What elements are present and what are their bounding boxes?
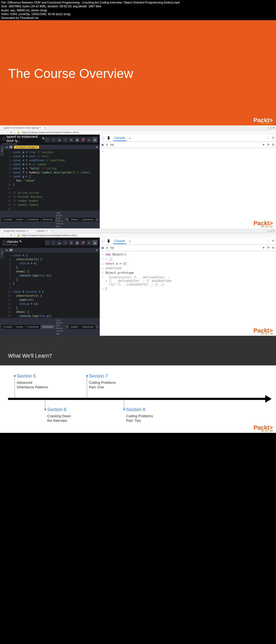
clear-icon[interactable]: ⊘ xyxy=(106,143,108,146)
console-body[interactable]: › xyxy=(100,148,276,228)
url[interactable]: https://codepen.io/gromczyro/XQyPKY?edit… xyxy=(22,131,78,134)
cloud-icon[interactable]: ☁ xyxy=(57,240,62,245)
eye-icon[interactable]: 👁 xyxy=(267,246,270,249)
clear-icon[interactable]: ⊘ xyxy=(106,246,108,249)
browser-tab[interactable]: constructor functions ✕ xyxy=(1,229,31,233)
console-button[interactable]: Console xyxy=(2,218,14,221)
edit-icon[interactable]: ✎ xyxy=(42,136,45,141)
html-tab[interactable]: HTML xyxy=(0,249,1,258)
code-editor-2[interactable]: 1class A {2 constructor(x) {3 this.x = x… xyxy=(4,252,100,318)
fork-icon[interactable]: ⑂ xyxy=(51,137,56,142)
gear-icon[interactable]: ⚙ xyxy=(68,137,74,142)
more-icon[interactable]: ▾ xyxy=(97,218,98,221)
pen-author: A PEN BY greg xyxy=(2,244,22,246)
forward-icon[interactable]: → xyxy=(6,234,9,237)
more-icon[interactable]: ⋮ xyxy=(266,136,269,140)
timestamp-3: 00:01:30 xyxy=(261,333,273,335)
new-tab[interactable]: + xyxy=(51,229,53,232)
back-icon[interactable]: ← xyxy=(2,131,5,134)
assets-button[interactable]: Assets xyxy=(14,218,25,221)
browser-tab[interactable]: ⬚ classes ✕ xyxy=(32,229,50,233)
devtools-panel-2: ⬚ 📱 Console » ⋮ ✕ ▣ ⊘ top ▼ 👁 ⚙ ›new Obj… xyxy=(100,238,276,336)
more-icon[interactable]: ▾ xyxy=(97,326,98,328)
console-tab[interactable]: Console xyxy=(113,238,126,244)
home-icon[interactable]: ⌂ xyxy=(14,234,15,237)
panel-menu-icon[interactable]: ▾ xyxy=(96,146,98,149)
forward-icon[interactable]: → xyxy=(6,131,9,134)
collapse-icon[interactable]: ● xyxy=(6,249,8,252)
external-icon[interactable]: ⇱ xyxy=(66,326,68,328)
css-tab[interactable]: CSS xyxy=(1,249,4,258)
home-icon[interactable]: ⌂ xyxy=(14,131,15,134)
chevron-down-icon[interactable]: ▾ xyxy=(86,240,92,245)
browser-tab[interactable]: typeof vs instanceof, duck typing ✕ xyxy=(1,126,43,130)
code-editor-1[interactable]: 1const a = true // boolean2const b = nul… xyxy=(4,149,100,211)
delete-button[interactable]: Delete xyxy=(69,325,80,329)
context-select[interactable]: top xyxy=(110,143,114,146)
avatar[interactable]: ◉ xyxy=(92,240,98,245)
gear-icon[interactable]: ⚙ xyxy=(272,246,274,249)
collections-button[interactable]: Collections xyxy=(80,325,95,329)
unsaved-badge[interactable]: 13 unsaved changes ✕ xyxy=(14,146,39,149)
device-icon[interactable]: 📱 xyxy=(107,136,111,140)
back-icon[interactable]: ← xyxy=(2,234,5,237)
reload-icon[interactable]: ⟳ xyxy=(10,234,12,237)
save-status: Last saved less than a minute ago xyxy=(56,211,65,228)
comments-button[interactable]: Comments xyxy=(25,218,40,221)
gear-icon[interactable]: ⚙ xyxy=(68,240,74,245)
collections-button[interactable]: Collections xyxy=(80,218,95,221)
shortcuts-button[interactable]: Shortcuts xyxy=(41,218,54,221)
close-icon[interactable]: ✕ xyxy=(272,136,274,140)
section-title: Section 7 xyxy=(89,374,116,379)
url[interactable]: https://codepen.io/gromczyro/vMvpj2?edit… xyxy=(22,234,77,237)
timestamp-4: 00:01:00 xyxy=(261,430,273,432)
context-select[interactable]: top xyxy=(110,246,114,249)
delete-button[interactable]: Delete xyxy=(69,218,80,221)
pen-toolbar: ♡ ⑂ ☁ ⤴ ⚙ ▦ 📌 ▾ ◉ xyxy=(45,240,98,245)
side-tabs: CSS HTML xyxy=(0,248,4,259)
html-tab[interactable]: HTML xyxy=(0,146,1,155)
inspect-icon[interactable]: ⬚ xyxy=(101,136,104,140)
new-tab[interactable]: + xyxy=(44,126,46,129)
codepen-header: ⬚ typeof vs instanceof, duck ty... ✎ A P… xyxy=(0,135,100,145)
reload-icon[interactable]: ⟳ xyxy=(10,131,12,134)
codepen-logo-icon: ⬚ xyxy=(2,136,5,141)
more-icon[interactable]: ⋮ xyxy=(266,239,269,243)
fork-icon[interactable]: ⑂ xyxy=(51,240,56,245)
rocket-icon[interactable]: ⤴ xyxy=(63,137,68,142)
collapse-icon[interactable]: ● xyxy=(6,146,8,149)
codepen-workspace-2: ⬚ classes ✎ A PEN BY greg ♡ ⑂ ☁ ⤴ ⚙ ▦ 📌 … xyxy=(0,238,276,336)
course-title: The Course Overview xyxy=(8,66,268,81)
learn-title: What We'll Learn? xyxy=(8,353,52,359)
sidebar-toggle-icon[interactable]: ▣ xyxy=(101,246,104,249)
external-icon[interactable]: ⇱ xyxy=(66,218,68,221)
js-label: JS xyxy=(9,146,12,149)
assets-button[interactable]: Assets xyxy=(14,325,25,329)
css-tab[interactable]: CSS xyxy=(1,146,4,155)
rocket-icon[interactable]: ⤴ xyxy=(63,240,68,245)
cloud-icon[interactable]: ☁ xyxy=(57,137,62,142)
gear-icon[interactable]: ⚙ xyxy=(272,143,274,146)
console-body-2[interactable]: ›new Object()‹▸ {}›const a = {}‹undefine… xyxy=(100,251,276,336)
pin-icon[interactable]: 📌 xyxy=(80,137,86,142)
more-tabs-icon[interactable]: » xyxy=(129,239,130,243)
comments-button[interactable]: Comments xyxy=(25,325,40,329)
avatar[interactable]: ◉ xyxy=(92,137,98,142)
inspect-icon[interactable]: ⬚ xyxy=(101,239,104,243)
device-icon[interactable]: 📱 xyxy=(107,239,111,243)
heart-icon[interactable]: ♡ xyxy=(45,137,50,142)
pin-icon[interactable]: 📌 xyxy=(80,240,86,245)
console-button[interactable]: Console xyxy=(2,325,14,329)
heart-icon[interactable]: ♡ xyxy=(45,240,50,245)
layout-icon[interactable]: ▦ xyxy=(74,240,80,245)
more-tabs-icon[interactable]: » xyxy=(129,136,130,140)
panel-menu-icon[interactable]: ▾ xyxy=(96,249,98,252)
close-icon[interactable]: ✕ xyxy=(272,239,274,243)
sidebar-toggle-icon[interactable]: ▣ xyxy=(101,143,104,146)
shortcuts-button[interactable]: Shortcuts xyxy=(41,325,54,329)
layout-icon[interactable]: ▦ xyxy=(74,137,80,142)
chevron-down-icon[interactable]: ▾ xyxy=(86,137,92,142)
eye-icon[interactable]: 👁 xyxy=(267,143,270,146)
console-tab[interactable]: Console xyxy=(113,135,126,141)
edit-icon[interactable]: ✎ xyxy=(19,239,22,244)
